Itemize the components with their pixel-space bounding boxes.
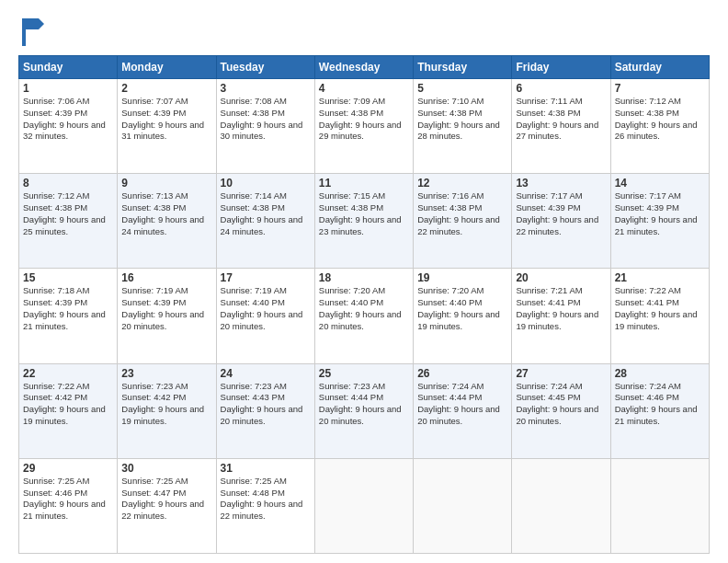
col-header-tuesday: Tuesday [216, 56, 314, 79]
day-cell: 6 Sunrise: 7:11 AMSunset: 4:38 PMDayligh… [512, 79, 610, 174]
day-number: 29 [23, 462, 113, 475]
day-cell: 30 Sunrise: 7:25 AMSunset: 4:47 PMDaylig… [118, 458, 216, 553]
day-number: 12 [417, 177, 507, 190]
day-number: 9 [121, 177, 211, 190]
col-header-saturday: Saturday [610, 56, 709, 79]
week-row-2: 8 Sunrise: 7:12 AMSunset: 4:38 PMDayligh… [19, 174, 710, 269]
day-cell: 18 Sunrise: 7:20 AMSunset: 4:40 PMDaylig… [314, 269, 413, 363]
cell-info: Sunrise: 7:24 AMSunset: 4:44 PMDaylight:… [417, 381, 500, 426]
day-number: 24 [221, 367, 311, 380]
cell-info: Sunrise: 7:24 AMSunset: 4:46 PMDaylight:… [615, 381, 698, 426]
cell-info: Sunrise: 7:20 AMSunset: 4:40 PMDaylight:… [417, 285, 500, 330]
day-number: 18 [319, 271, 409, 284]
day-cell: 8 Sunrise: 7:12 AMSunset: 4:38 PMDayligh… [19, 174, 118, 269]
cell-info: Sunrise: 7:09 AMSunset: 4:38 PMDaylight:… [319, 96, 402, 141]
cell-info: Sunrise: 7:20 AMSunset: 4:40 PMDaylight:… [319, 285, 402, 330]
cell-info: Sunrise: 7:18 AMSunset: 4:39 PMDaylight:… [23, 285, 106, 330]
day-cell: 5 Sunrise: 7:10 AMSunset: 4:38 PMDayligh… [414, 79, 512, 174]
day-number: 6 [516, 82, 606, 95]
cell-info: Sunrise: 7:14 AMSunset: 4:38 PMDaylight:… [221, 190, 303, 236]
week-row-5: 29 Sunrise: 7:25 AMSunset: 4:46 PMDaylig… [19, 458, 710, 553]
day-cell: 27 Sunrise: 7:24 AMSunset: 4:45 PMDaylig… [512, 363, 610, 458]
col-header-wednesday: Wednesday [314, 56, 413, 79]
day-cell [414, 458, 512, 553]
day-cell: 1 Sunrise: 7:06 AMSunset: 4:39 PMDayligh… [19, 79, 118, 174]
header [18, 15, 710, 48]
day-number: 8 [23, 177, 113, 190]
day-cell: 2 Sunrise: 7:07 AMSunset: 4:39 PMDayligh… [118, 79, 216, 174]
day-number: 26 [417, 367, 507, 380]
day-number: 23 [121, 367, 211, 380]
cell-info: Sunrise: 7:15 AMSunset: 4:38 PMDaylight:… [319, 190, 402, 236]
day-cell: 4 Sunrise: 7:09 AMSunset: 4:38 PMDayligh… [314, 79, 413, 174]
cell-info: Sunrise: 7:21 AMSunset: 4:41 PMDaylight:… [516, 285, 598, 330]
day-cell: 25 Sunrise: 7:23 AMSunset: 4:44 PMDaylig… [314, 363, 413, 458]
day-cell [610, 458, 709, 553]
day-cell: 9 Sunrise: 7:13 AMSunset: 4:38 PMDayligh… [118, 174, 216, 269]
cell-info: Sunrise: 7:19 AMSunset: 4:40 PMDaylight:… [221, 285, 303, 330]
day-cell: 29 Sunrise: 7:25 AMSunset: 4:46 PMDaylig… [19, 458, 118, 553]
day-number: 15 [23, 271, 113, 284]
calendar: SundayMondayTuesdayWednesdayThursdayFrid… [18, 55, 710, 554]
day-cell: 11 Sunrise: 7:15 AMSunset: 4:38 PMDaylig… [314, 174, 413, 269]
day-number: 4 [319, 82, 409, 95]
logo-icon [18, 15, 51, 48]
cell-info: Sunrise: 7:06 AMSunset: 4:39 PMDaylight:… [23, 96, 106, 141]
day-cell: 21 Sunrise: 7:22 AMSunset: 4:41 PMDaylig… [610, 269, 709, 363]
day-number: 10 [221, 177, 311, 190]
day-number: 13 [516, 177, 606, 190]
day-number: 30 [121, 462, 211, 475]
cell-info: Sunrise: 7:13 AMSunset: 4:38 PMDaylight:… [121, 190, 204, 236]
col-header-monday: Monday [118, 56, 216, 79]
day-cell: 23 Sunrise: 7:23 AMSunset: 4:42 PMDaylig… [118, 363, 216, 458]
day-cell: 10 Sunrise: 7:14 AMSunset: 4:38 PMDaylig… [216, 174, 314, 269]
cell-info: Sunrise: 7:23 AMSunset: 4:43 PMDaylight:… [221, 381, 303, 426]
cell-info: Sunrise: 7:22 AMSunset: 4:41 PMDaylight:… [615, 285, 698, 330]
day-cell: 31 Sunrise: 7:25 AMSunset: 4:48 PMDaylig… [216, 458, 314, 553]
day-cell: 3 Sunrise: 7:08 AMSunset: 4:38 PMDayligh… [216, 79, 314, 174]
cell-info: Sunrise: 7:10 AMSunset: 4:38 PMDaylight:… [417, 96, 500, 141]
page: SundayMondayTuesdayWednesdayThursdayFrid… [0, 0, 728, 563]
day-number: 22 [23, 367, 113, 380]
cell-info: Sunrise: 7:17 AMSunset: 4:39 PMDaylight:… [615, 190, 698, 236]
cell-info: Sunrise: 7:19 AMSunset: 4:39 PMDaylight:… [121, 285, 204, 330]
cell-info: Sunrise: 7:12 AMSunset: 4:38 PMDaylight:… [23, 190, 106, 236]
day-cell: 26 Sunrise: 7:24 AMSunset: 4:44 PMDaylig… [414, 363, 512, 458]
cell-info: Sunrise: 7:12 AMSunset: 4:38 PMDaylight:… [615, 96, 698, 141]
day-number: 28 [615, 367, 705, 380]
col-header-friday: Friday [512, 56, 610, 79]
cell-info: Sunrise: 7:11 AMSunset: 4:38 PMDaylight:… [516, 96, 598, 141]
day-number: 17 [221, 271, 311, 284]
day-cell: 7 Sunrise: 7:12 AMSunset: 4:38 PMDayligh… [610, 79, 709, 174]
day-number: 2 [121, 82, 211, 95]
day-number: 14 [615, 177, 705, 190]
cell-info: Sunrise: 7:25 AMSunset: 4:48 PMDaylight:… [221, 476, 303, 521]
cell-info: Sunrise: 7:22 AMSunset: 4:42 PMDaylight:… [23, 381, 106, 426]
cell-info: Sunrise: 7:07 AMSunset: 4:39 PMDaylight:… [121, 96, 204, 141]
day-cell: 20 Sunrise: 7:21 AMSunset: 4:41 PMDaylig… [512, 269, 610, 363]
cell-info: Sunrise: 7:08 AMSunset: 4:38 PMDaylight:… [221, 96, 303, 141]
day-number: 19 [417, 271, 507, 284]
day-number: 21 [615, 271, 705, 284]
day-number: 25 [319, 367, 409, 380]
day-number: 5 [417, 82, 507, 95]
day-cell [512, 458, 610, 553]
day-cell: 15 Sunrise: 7:18 AMSunset: 4:39 PMDaylig… [19, 269, 118, 363]
cell-info: Sunrise: 7:16 AMSunset: 4:38 PMDaylight:… [417, 190, 500, 236]
day-number: 16 [121, 271, 211, 284]
day-number: 1 [23, 82, 113, 95]
cell-info: Sunrise: 7:24 AMSunset: 4:45 PMDaylight:… [516, 381, 598, 426]
day-cell: 12 Sunrise: 7:16 AMSunset: 4:38 PMDaylig… [414, 174, 512, 269]
week-row-4: 22 Sunrise: 7:22 AMSunset: 4:42 PMDaylig… [19, 363, 710, 458]
day-cell: 14 Sunrise: 7:17 AMSunset: 4:39 PMDaylig… [610, 174, 709, 269]
cell-info: Sunrise: 7:25 AMSunset: 4:47 PMDaylight:… [121, 476, 204, 521]
day-number: 7 [615, 82, 705, 95]
day-cell: 19 Sunrise: 7:20 AMSunset: 4:40 PMDaylig… [414, 269, 512, 363]
svg-rect-1 [22, 29, 26, 46]
cell-info: Sunrise: 7:25 AMSunset: 4:46 PMDaylight:… [23, 476, 106, 521]
col-header-sunday: Sunday [19, 56, 118, 79]
day-number: 27 [516, 367, 606, 380]
day-cell: 16 Sunrise: 7:19 AMSunset: 4:39 PMDaylig… [118, 269, 216, 363]
day-cell: 13 Sunrise: 7:17 AMSunset: 4:39 PMDaylig… [512, 174, 610, 269]
day-cell: 17 Sunrise: 7:19 AMSunset: 4:40 PMDaylig… [216, 269, 314, 363]
